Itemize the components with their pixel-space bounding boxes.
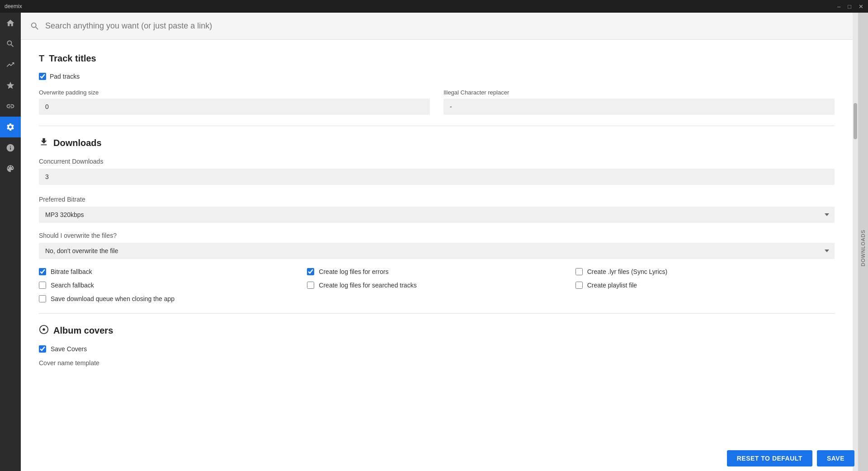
concurrent-downloads-input[interactable]	[39, 169, 835, 185]
create-log-errors-checkbox[interactable]	[307, 268, 314, 275]
create-log-searched-item[interactable]: Create log files for searched tracks	[307, 282, 566, 289]
track-titles-title: Track titles	[49, 53, 96, 64]
bitrate-fallback-item[interactable]: Bitrate fallback	[39, 268, 298, 275]
sidebar	[0, 13, 21, 471]
sidebar-item-info[interactable]	[0, 137, 21, 158]
preferred-bitrate-section: Preferred Bitrate MP3 320kbps MP3 256kbp…	[39, 196, 835, 223]
overwrite-padding-input[interactable]	[39, 99, 430, 115]
app-title: deemix	[5, 3, 22, 9]
search-fallback-item[interactable]: Search fallback	[39, 282, 298, 289]
overwrite-select[interactable]: No, don't overwrite the file Yes, overwr…	[39, 243, 835, 259]
save-covers-label: Save Covers	[51, 345, 87, 353]
save-queue-item[interactable]: Save download queue when closing the app	[39, 295, 835, 302]
bitrate-fallback-checkbox[interactable]	[39, 268, 46, 275]
downloads-section: Downloads Concurrent Downloads Preferred…	[39, 137, 835, 302]
maximize-button[interactable]: □	[848, 3, 851, 10]
save-covers-checkbox[interactable]	[39, 345, 46, 353]
album-covers-header: Album covers	[39, 325, 835, 336]
track-titles-inputs: Overwrite padding size Illegal Character…	[39, 89, 835, 115]
search-bar	[21, 13, 853, 40]
sidebar-item-plugins[interactable]	[0, 158, 21, 179]
pad-tracks-row: Pad tracks	[39, 73, 835, 80]
save-queue-checkbox[interactable]	[39, 295, 46, 302]
cover-name-template-label: Cover name template	[39, 359, 99, 367]
downloads-icon	[39, 137, 49, 149]
scrollbar-thumb[interactable]	[854, 103, 857, 139]
reset-to-default-button[interactable]: RESET TO DEFAULT	[727, 450, 812, 466]
create-playlist-file-label: Create playlist file	[587, 282, 637, 289]
overwrite-padding-group: Overwrite padding size	[39, 89, 430, 115]
overwrite-padding-label: Overwrite padding size	[39, 89, 430, 96]
content-area: T Track titles Pad tracks Overwrite padd…	[21, 40, 853, 471]
create-log-errors-label: Create log files for errors	[319, 268, 388, 275]
search-input[interactable]	[45, 21, 844, 31]
downloads-panel-label: Downloads	[860, 230, 866, 266]
create-log-errors-item[interactable]: Create log files for errors	[307, 268, 566, 275]
track-titles-header: T Track titles	[39, 53, 835, 64]
minimize-button[interactable]: –	[837, 3, 840, 10]
track-titles-section: T Track titles Pad tracks Overwrite padd…	[39, 53, 835, 115]
save-covers-item[interactable]: Save Covers	[39, 345, 835, 353]
album-covers-title: Album covers	[53, 325, 113, 336]
concurrent-downloads-section: Concurrent Downloads	[39, 158, 835, 185]
section-divider-2	[39, 313, 835, 314]
pad-tracks-label: Pad tracks	[50, 73, 80, 80]
pad-tracks-checkbox[interactable]	[39, 73, 46, 80]
search-fallback-checkbox[interactable]	[39, 282, 46, 289]
album-covers-icon	[39, 325, 49, 336]
section-divider-1	[39, 126, 835, 126]
search-icon	[30, 21, 40, 31]
album-covers-section: Album covers Save Covers Cover name temp…	[39, 325, 835, 367]
downloads-title: Downloads	[53, 138, 102, 148]
sidebar-item-favorites[interactable]	[0, 75, 21, 96]
downloads-checkboxes: Bitrate fallback Create log files for er…	[39, 268, 835, 289]
sidebar-item-links[interactable]	[0, 96, 21, 117]
sidebar-item-charts[interactable]	[0, 54, 21, 75]
create-log-searched-checkbox[interactable]	[307, 282, 314, 289]
create-playlist-file-checkbox[interactable]	[576, 282, 583, 289]
illegal-char-label: Illegal Character replacer	[443, 89, 835, 96]
concurrent-downloads-label: Concurrent Downloads	[39, 158, 835, 165]
downloads-header: Downloads	[39, 137, 835, 149]
preferred-bitrate-select[interactable]: MP3 320kbps MP3 256kbps MP3 128kbps FLAC…	[39, 207, 835, 223]
sidebar-item-search[interactable]	[0, 33, 21, 54]
illegal-char-input[interactable]	[443, 99, 835, 115]
bottom-bar: RESET TO DEFAULT SAVE	[722, 446, 859, 471]
svg-point-1	[42, 328, 45, 331]
create-lyr-files-label: Create .lyr files (Sync Lyrics)	[587, 268, 668, 275]
search-fallback-label: Search fallback	[51, 282, 94, 289]
bitrate-fallback-label: Bitrate fallback	[51, 268, 92, 275]
window-controls: – □ ✕	[837, 3, 863, 10]
right-scrollbar[interactable]	[853, 13, 858, 471]
cover-name-template-group: Cover name template	[39, 359, 835, 367]
sidebar-item-home[interactable]	[0, 13, 21, 33]
create-lyr-files-checkbox[interactable]	[576, 268, 583, 275]
illegal-char-group: Illegal Character replacer	[443, 89, 835, 115]
sidebar-item-settings[interactable]	[0, 117, 21, 137]
save-button[interactable]: SAVE	[817, 450, 854, 466]
track-titles-icon: T	[39, 53, 44, 64]
save-queue-label: Save download queue when closing the app	[51, 295, 175, 302]
preferred-bitrate-label: Preferred Bitrate	[39, 196, 835, 203]
create-lyr-files-item[interactable]: Create .lyr files (Sync Lyrics)	[576, 268, 835, 275]
close-button[interactable]: ✕	[859, 3, 863, 10]
overwrite-section: Should I overwrite the files? No, don't …	[39, 232, 835, 259]
downloads-panel-toggle[interactable]: Downloads	[858, 13, 868, 471]
overwrite-label: Should I overwrite the files?	[39, 232, 835, 239]
create-log-searched-label: Create log files for searched tracks	[319, 282, 416, 289]
pad-tracks-checkbox-label[interactable]: Pad tracks	[39, 73, 80, 80]
title-bar: deemix – □ ✕	[0, 0, 868, 13]
create-playlist-file-item[interactable]: Create playlist file	[576, 282, 835, 289]
